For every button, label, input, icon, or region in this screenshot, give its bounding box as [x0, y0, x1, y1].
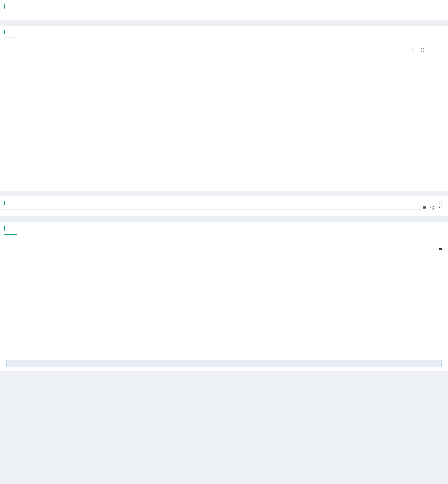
earnings-overview-section [0, 222, 448, 371]
tab-futures-binance-btc-usdt[interactable] [4, 234, 17, 240]
candlestick-svg[interactable] [6, 44, 448, 183]
gear-icon[interactable] [438, 205, 442, 210]
section-divider [0, 216, 448, 222]
candlestick-chart[interactable] [0, 44, 448, 188]
section-divider [0, 20, 448, 26]
collapse-icon[interactable] [439, 201, 442, 205]
section-accent-bar [4, 4, 5, 9]
status-toolbar-icons [422, 205, 442, 210]
range-navigator[interactable] [6, 360, 442, 367]
section-divider [0, 191, 448, 196]
logs-counter-badge [436, 6, 442, 7]
indicator-button[interactable] [413, 49, 419, 51]
list-menu-icon[interactable] [422, 205, 426, 210]
hamburger-menu-icon[interactable] [438, 247, 442, 250]
indicator-controls [412, 47, 426, 53]
earnings-tabbar [0, 234, 448, 240]
chart-expand-icon[interactable] [419, 47, 426, 53]
section-accent-bar [4, 30, 5, 34]
logs-section [0, 0, 448, 20]
earnings-chart-svg[interactable] [0, 256, 448, 363]
ticker-tabbar [0, 37, 448, 43]
status-tabbar [0, 209, 422, 210]
status-info-section [0, 196, 448, 216]
ticker-data-section [0, 26, 448, 191]
tab-futures-binance-btc-usdt-swap[interactable] [4, 37, 17, 43]
section-accent-bar [4, 226, 5, 231]
section-accent-bar [4, 201, 5, 205]
cloud-download-icon[interactable] [430, 205, 434, 210]
